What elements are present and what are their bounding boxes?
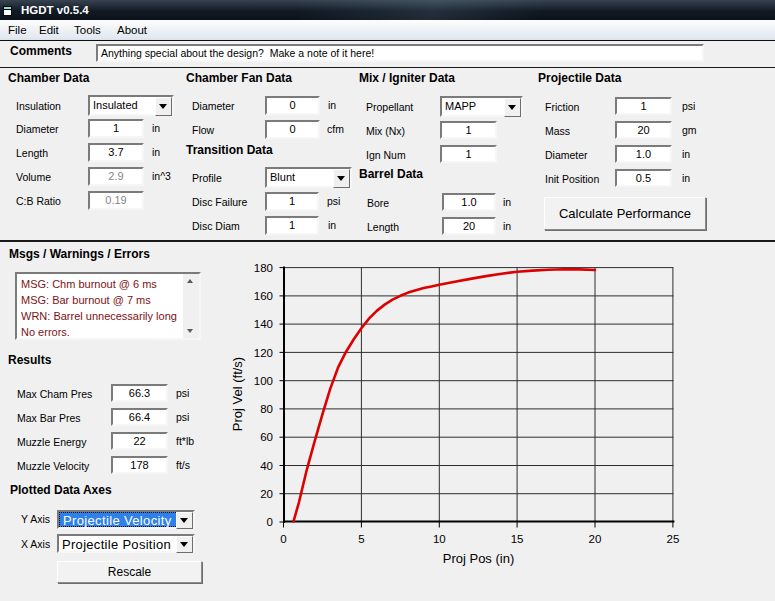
svg-text:15: 15 [511, 533, 524, 545]
svg-text:180: 180 [254, 262, 273, 274]
svg-text:25: 25 [667, 533, 680, 545]
svg-text:120: 120 [254, 347, 273, 359]
svg-text:60: 60 [260, 431, 273, 443]
svg-text:20: 20 [260, 488, 273, 500]
svg-text:40: 40 [260, 460, 273, 472]
svg-text:10: 10 [433, 533, 446, 545]
svg-text:80: 80 [260, 403, 273, 415]
svg-text:5: 5 [358, 533, 364, 545]
svg-text:100: 100 [254, 375, 273, 387]
svg-text:20: 20 [589, 533, 602, 545]
svg-text:0: 0 [280, 533, 286, 545]
svg-text:160: 160 [254, 290, 273, 302]
svg-text:Proj Pos (in): Proj Pos (in) [443, 551, 515, 566]
svg-text:0: 0 [267, 516, 273, 528]
svg-text:140: 140 [254, 318, 273, 330]
svg-text:Proj Vel (ft/s): Proj Vel (ft/s) [230, 357, 245, 431]
